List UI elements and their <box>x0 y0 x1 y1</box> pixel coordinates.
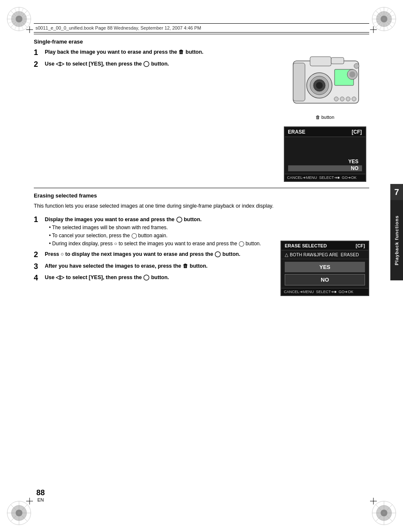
warning-text: BOTH RAW&JPEG ARE ERASED <box>290 252 359 257</box>
svg-point-54 <box>349 71 355 77</box>
bullet-3: During index display, press ○ to select … <box>49 240 261 248</box>
crosshair-tr <box>370 26 377 34</box>
s2-step1-num: 1 <box>34 215 43 248</box>
s2-step1-bullets: The selected images will be shown with r… <box>45 224 261 248</box>
svg-rect-46 <box>310 57 331 66</box>
erase-header-left: ERASE <box>288 129 305 135</box>
main-content: Single-frame erase 1 Play back the image… <box>34 34 369 498</box>
bullet-1: The selected images will be shown with r… <box>49 224 261 232</box>
chapter-number: 7 <box>394 187 399 197</box>
s2-step1-content: Display the images you want to erase and… <box>45 215 261 248</box>
section2-step4: 4 Use ◁▷ to select [YES], then press the… <box>34 274 272 283</box>
section1-step2: 2 Use ◁▷ to select [YES], then press the… <box>34 60 274 69</box>
chapter-number-tab: 7 <box>390 184 403 200</box>
section1-title: Single-frame erase <box>34 38 369 45</box>
section2-container: Erasing selected frames This function le… <box>34 188 369 296</box>
s2-step3-text: After you have selected the images to er… <box>45 262 207 271</box>
section2-steps: 1 Display the images you want to erase a… <box>34 215 272 296</box>
section2-title: Erasing selected frames <box>34 192 369 199</box>
header-bar: s0011_e_00_0_unified.book Page 88 Wednes… <box>34 23 369 33</box>
step1-text: Play back the image you want to erase an… <box>45 48 204 58</box>
svg-point-55 <box>334 97 338 101</box>
svg-point-59 <box>354 63 359 69</box>
erase-screen-header: ERASE [CF] <box>285 127 365 137</box>
s2-step3-num: 3 <box>34 262 43 271</box>
erase-selected-header: ERASE SELECTED [CF] <box>281 241 368 250</box>
crosshair-br <box>370 498 377 506</box>
svg-point-58 <box>352 97 356 101</box>
s2-step4-text: Use ◁▷ to select [YES], then press the ◯… <box>45 274 169 283</box>
erase-selected-yes: YES <box>285 262 365 272</box>
section1-divider <box>34 34 369 34</box>
step1-num: 1 <box>34 48 43 58</box>
section2-step1: 1 Display the images you want to erase a… <box>34 215 272 248</box>
step2-text: Use ◁▷ to select [YES], then press the ◯… <box>45 60 169 69</box>
section2-step3: 3 After you have selected the images to … <box>34 262 272 271</box>
section1-container: Single-frame erase 1 Play back the image… <box>34 34 369 182</box>
chapter-label: Playback functions <box>394 215 399 265</box>
s2-step4-num: 4 <box>34 274 43 283</box>
erase-warning: △ BOTH RAW&JPEG ARE ERASED <box>281 250 368 259</box>
crosshair-tl <box>26 26 33 34</box>
page-number: 88 <box>36 488 45 497</box>
svg-point-51 <box>316 82 323 89</box>
camera-illustration <box>285 48 365 113</box>
header-text: s0011_e_00_0_unified.book Page 88 Wednes… <box>35 25 201 30</box>
svg-point-56 <box>340 97 344 101</box>
s2-step2-text: Press ○ to display the next images you w… <box>45 250 240 260</box>
svg-rect-47 <box>331 58 344 64</box>
erase-yes-label: YES <box>288 159 362 165</box>
step2-num: 2 <box>34 60 43 69</box>
crosshair-bl <box>26 498 33 506</box>
section2-layout: 1 Display the images you want to erase a… <box>34 215 369 296</box>
erase-no-label: NO <box>288 165 362 171</box>
section1-visuals: 🗑 button ERASE [CF] YES NO CANCEL➜MENU S… <box>280 48 369 182</box>
section1-steps: 1 Play back the image you want to erase … <box>34 48 274 182</box>
svg-point-57 <box>346 97 350 101</box>
page-number-area: 88 EN <box>36 488 45 502</box>
section2-step2: 2 Press ○ to display the next images you… <box>34 250 272 260</box>
warning-icon: △ <box>285 252 288 257</box>
s2-step1-text: Display the images you want to erase and… <box>45 217 202 222</box>
erase-selected-footer: CANCEL➜MENU SELECT➜■ GO➜OK <box>281 288 368 295</box>
erase-selected-screen: ERASE SELECTED [CF] △ BOTH RAW&JPEG ARE … <box>280 241 369 296</box>
erase-header-right: [CF] <box>352 129 362 135</box>
bullet-2: To cancel your selection, press the ◯ bu… <box>49 232 261 240</box>
erase-selected-visual: ERASE SELECTED [CF] △ BOTH RAW&JPEG ARE … <box>276 241 369 296</box>
chapter-label-tab: Playback functions <box>390 200 403 280</box>
section2-divider <box>34 188 369 188</box>
erase-selected-header-left: ERASE SELECTED <box>285 243 327 248</box>
svg-rect-45 <box>293 63 305 101</box>
erase-screen-footer: CANCEL➜MENU SELECT➜■ GO➜OK <box>285 174 365 181</box>
erase-screen-body: YES NO <box>285 137 365 174</box>
s2-step2-num: 2 <box>34 250 43 260</box>
section1-step1: 1 Play back the image you want to erase … <box>34 48 274 58</box>
camera-label: 🗑 button <box>316 115 335 120</box>
section2-intro: This function lets you erase selected im… <box>34 202 369 210</box>
page-number-sub: EN <box>36 497 45 502</box>
erase-selected-header-right: [CF] <box>356 243 365 248</box>
section1-layout: 1 Play back the image you want to erase … <box>34 48 369 182</box>
erase-screen: ERASE [CF] YES NO CANCEL➜MENU SELECT➜■ G… <box>284 126 366 182</box>
erase-selected-no: NO <box>285 274 365 285</box>
